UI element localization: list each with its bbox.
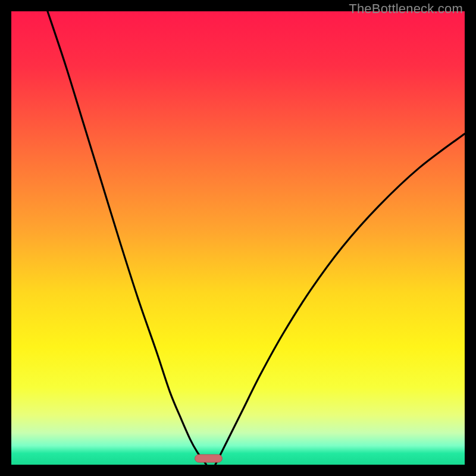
gradient-background: [11, 11, 465, 465]
watermark-label: TheBottleneck.com: [349, 1, 463, 17]
chart-frame: [11, 11, 465, 465]
optimal-range-marker: [195, 455, 223, 462]
bottleneck-chart: [11, 11, 465, 465]
